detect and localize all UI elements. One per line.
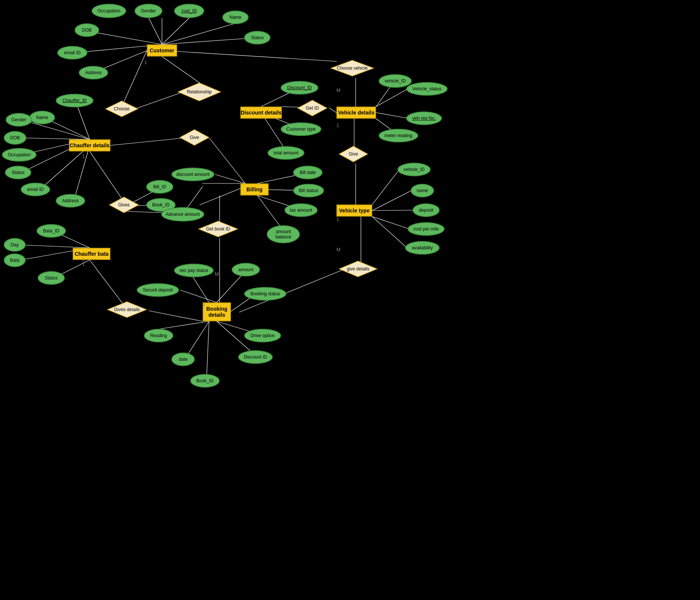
svg-line-20	[209, 138, 245, 183]
attr-sec-pay-status: sec pay status	[174, 264, 214, 277]
attr-email-cust: email ID	[57, 46, 87, 60]
svg-line-43	[329, 108, 336, 113]
svg-line-45	[376, 89, 408, 107]
attr-drive-option: Drive option	[244, 329, 281, 342]
svg-line-3	[162, 23, 235, 44]
svg-line-4	[162, 38, 257, 44]
rel-give-vehicle: Give	[338, 145, 368, 163]
attr-vehicle-id-bottom: vehicle_ID	[397, 163, 431, 176]
entity-vehicle-details[interactable]: Vehicle details	[336, 107, 376, 119]
attr-reading: Reading	[144, 329, 173, 342]
attr-dob-chauffer: DOB	[4, 131, 26, 145]
attr-bata: Bata	[4, 253, 26, 267]
attr-discount-amount: discount amount	[171, 168, 214, 181]
attr-status-bata: Status	[38, 271, 65, 285]
svg-line-8	[162, 56, 201, 84]
svg-line-10	[124, 50, 147, 102]
attr-bill-id: Bill_ID	[146, 180, 173, 194]
svg-line-17	[40, 145, 90, 189]
entity-customer[interactable]: Customer	[147, 44, 177, 56]
attr-book-id-b: Book_ID	[190, 374, 220, 388]
svg-line-55	[372, 217, 410, 229]
rel-gives: Gives	[109, 196, 139, 214]
attr-discount-id-b: Discount ID	[238, 350, 273, 364]
svg-line-26	[200, 186, 245, 205]
attr-bata-id: Bata_ID	[37, 224, 66, 238]
attr-deposit: deposit	[413, 203, 440, 217]
attr-amount-booking: amount	[232, 263, 260, 276]
cardinality-1-chauffer: 1	[82, 153, 85, 159]
attr-name-chauffer: Name	[29, 111, 55, 124]
entity-chauffer-bata[interactable]: Chauffer bata	[73, 248, 110, 260]
svg-line-2	[162, 18, 189, 44]
attr-amount-balance: amountbalance	[267, 225, 300, 243]
svg-line-52	[372, 169, 399, 205]
svg-line-54	[372, 210, 414, 211]
attr-name-top: Name	[222, 11, 249, 24]
attr-occupation-top: Occupation	[92, 4, 126, 18]
rel-choose-vehicle: Choose vehicle	[330, 60, 374, 77]
svg-line-53	[372, 191, 411, 211]
rel-give-details: give details	[338, 260, 378, 278]
svg-line-36	[18, 245, 90, 248]
attr-cost-per-mile: cost per mile	[408, 222, 445, 236]
attr-tax-amount: tax amount	[284, 203, 318, 217]
attr-total-amount: total amount	[267, 146, 304, 160]
attr-chauffer-id: Chauffer_ID	[56, 94, 93, 107]
attr-gender-chauffer: Gender	[6, 113, 32, 127]
svg-line-69	[149, 311, 203, 321]
cardinality-1-customer: 1	[144, 60, 147, 65]
svg-line-18	[74, 145, 90, 201]
er-diagram: Customer Chauffer details Chauffer bata …	[0, 0, 700, 600]
svg-line-9	[132, 93, 180, 110]
attr-bill-status: Bill status	[293, 184, 324, 197]
rel-give: Give	[179, 129, 210, 146]
attr-securit-deposit: Securit deposit	[137, 283, 179, 297]
attr-gender-top: Gender	[134, 4, 162, 18]
attr-cust-id: cust_ID	[174, 4, 204, 18]
attr-veh-reg-no: veh reg No.	[406, 111, 442, 125]
attr-advance-amount: Advance amount	[161, 207, 204, 221]
attr-dob-cust: DOB	[75, 23, 99, 37]
svg-line-19	[110, 138, 181, 145]
attr-customer-type: Customer type	[281, 122, 321, 136]
cardinality-m-vehicle-type: M	[336, 247, 341, 252]
cardinality-m-booking: M	[215, 271, 219, 277]
attr-vehicle-status: Vehicle_status	[406, 82, 448, 96]
entity-vehicle-type[interactable]: Vehicle type	[336, 205, 372, 217]
cardinality-1-vehicle-type: 1	[336, 217, 339, 222]
attr-availability: availability	[405, 241, 440, 255]
cardinality-1-vehicle-details: 1	[336, 122, 339, 128]
attr-name-vtype: name	[411, 184, 434, 197]
entity-billing[interactable]: Billing	[240, 183, 269, 195]
attr-address-chauffer: Address	[56, 194, 85, 208]
entity-chauffer-details[interactable]: Chauffer details	[69, 139, 110, 151]
rel-choose: Choose	[105, 100, 139, 118]
attr-meter-reading: meter reading	[379, 129, 418, 142]
entity-booking-details[interactable]: Booking details	[203, 302, 231, 321]
attr-vehicle-id-top: vehicle_ID	[379, 74, 412, 88]
cardinality-m-vehicle: M	[336, 87, 341, 93]
attr-occupation-chauffer: Occupation	[2, 148, 37, 162]
svg-line-13	[21, 120, 90, 139]
attr-status-top: Status	[244, 31, 271, 44]
svg-line-65	[206, 321, 209, 381]
attr-address-cust: Address	[79, 66, 108, 79]
rel-relationship: Relationship	[177, 82, 222, 102]
attr-bill-date: Bill date	[293, 166, 322, 179]
rel-gives-details: Gives details	[107, 301, 147, 318]
svg-line-61	[160, 321, 209, 329]
svg-line-27	[215, 174, 245, 183]
connection-lines	[0, 0, 700, 600]
entity-discount-details[interactable]: Discount details	[240, 107, 282, 119]
cardinality-1-bata-b: 1	[82, 256, 85, 262]
attr-date: date	[171, 353, 195, 366]
svg-line-56	[372, 217, 407, 248]
rel-get-book-id: Get book ID	[198, 220, 238, 238]
attr-booking-status: Booking status	[244, 287, 286, 301]
svg-line-60	[180, 290, 217, 302]
svg-line-46	[376, 113, 408, 118]
attr-email-chauffer: email ID	[21, 183, 50, 196]
svg-line-49	[162, 50, 337, 61]
rel-get-id: Get ID	[297, 99, 328, 117]
